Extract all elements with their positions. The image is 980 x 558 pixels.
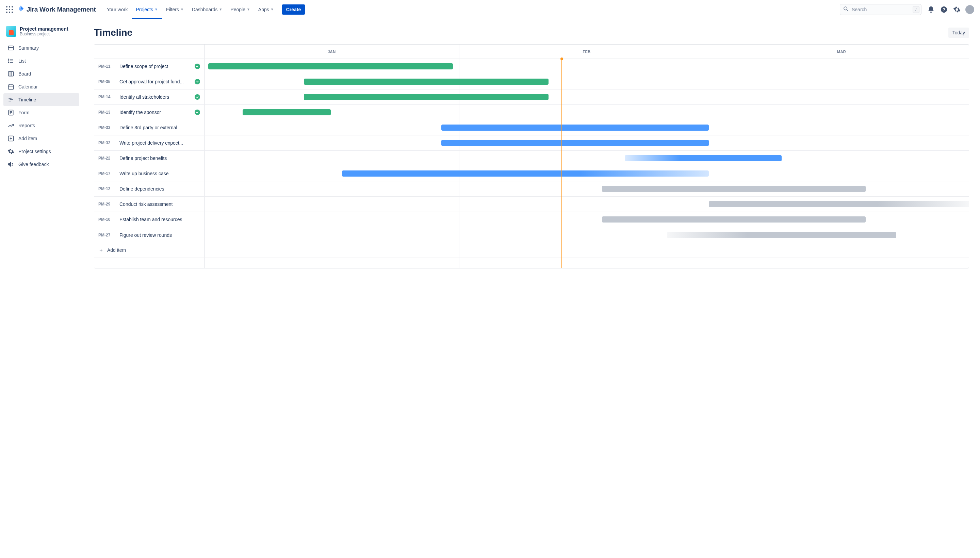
top-nav: Jira Work Management Your workProjects▼F…: [0, 0, 980, 19]
timeline-bar[interactable]: [304, 79, 548, 85]
task-row[interactable]: PM-12 Define dependencies: [94, 181, 969, 197]
task-row[interactable]: PM-32 Write project delivery expect...: [94, 135, 969, 151]
task-title: Define project benefits: [120, 156, 200, 161]
month-header: FEB: [460, 44, 714, 59]
sidebar-item-label: List: [18, 58, 26, 64]
app-switcher-icon[interactable]: [5, 5, 14, 14]
add-item-row[interactable]: ＋ Add item: [94, 243, 969, 258]
task-key: PM-13: [98, 110, 115, 115]
board-icon: [8, 71, 14, 77]
timeline-bar[interactable]: [243, 109, 330, 115]
sidebar-item-add-item[interactable]: Add item: [3, 132, 79, 145]
help-icon[interactable]: ?: [939, 5, 949, 14]
sidebar-item-calendar[interactable]: Calendar: [3, 80, 79, 93]
svg-rect-13: [8, 46, 14, 50]
timeline-bar[interactable]: [442, 125, 709, 131]
timeline-header-row: JAN FEB MAR: [94, 44, 969, 59]
megaphone-icon: [8, 161, 14, 168]
check-icon: [195, 110, 200, 115]
nav-item-dashboards[interactable]: Dashboards▼: [188, 0, 226, 19]
task-key: PM-27: [98, 233, 115, 238]
task-row[interactable]: PM-14 Identify all stakeholders: [94, 89, 969, 105]
sidebar-item-label: Project settings: [18, 149, 51, 154]
form-icon: [8, 109, 14, 116]
timeline-bar[interactable]: [709, 201, 969, 207]
nav-item-people[interactable]: People▼: [226, 0, 254, 19]
notifications-icon[interactable]: [926, 5, 936, 14]
timeline-bar[interactable]: [442, 140, 709, 146]
timeline-bar[interactable]: [304, 94, 548, 100]
task-row[interactable]: PM-11 Define scope of project: [94, 59, 969, 74]
nav-item-your-work[interactable]: Your work: [103, 0, 132, 19]
primary-nav: Your workProjects▼Filters▼Dashboards▼Peo…: [103, 0, 278, 19]
chevron-down-icon: ▼: [247, 8, 250, 11]
sidebar-item-timeline[interactable]: Timeline: [3, 93, 79, 106]
task-row[interactable]: PM-33 Define 3rd party or external: [94, 120, 969, 135]
profile-avatar[interactable]: [965, 5, 975, 14]
chevron-down-icon: ▼: [219, 8, 222, 11]
search-icon: [843, 6, 849, 13]
timeline-bar[interactable]: [667, 232, 896, 238]
sidebar-item-board[interactable]: Board: [3, 67, 79, 80]
svg-point-2: [11, 6, 13, 8]
card-icon: [8, 44, 14, 51]
timeline-bar[interactable]: [208, 63, 453, 69]
task-key: PM-11: [98, 64, 115, 69]
svg-rect-21: [8, 71, 14, 76]
timeline-bar[interactable]: [342, 171, 709, 177]
jira-logo-icon: [17, 5, 25, 14]
timeline-bar[interactable]: [625, 155, 781, 161]
nav-item-apps[interactable]: Apps▼: [254, 0, 278, 19]
task-key: PM-10: [98, 217, 115, 222]
chevron-down-icon: ▼: [181, 8, 184, 11]
product-name: Jira Work Management: [26, 6, 96, 13]
sidebar-item-label: Calendar: [18, 84, 38, 89]
task-key: PM-14: [98, 95, 115, 99]
sidebar-item-reports[interactable]: Reports: [3, 119, 79, 132]
timeline-icon: [8, 96, 14, 103]
product-logo[interactable]: Jira Work Management: [17, 5, 96, 14]
empty-row: [94, 258, 969, 268]
task-key: PM-17: [98, 171, 115, 176]
task-row[interactable]: PM-27 Figure out review rounds: [94, 227, 969, 243]
sidebar-item-label: Reports: [18, 123, 35, 128]
settings-icon[interactable]: [952, 5, 962, 14]
task-key: PM-22: [98, 156, 115, 161]
gear-icon: [8, 148, 14, 155]
task-row[interactable]: PM-22 Define project benefits: [94, 151, 969, 166]
sidebar-item-form[interactable]: Form: [3, 106, 79, 119]
nav-item-projects[interactable]: Projects▼: [132, 0, 162, 19]
task-title: Conduct risk assessment: [120, 202, 200, 207]
timeline-bar[interactable]: [602, 186, 866, 192]
sidebar-item-label: Give feedback: [18, 162, 49, 167]
task-row[interactable]: PM-13 Identify the sponsor: [94, 105, 969, 120]
task-title: Define dependencies: [120, 186, 200, 192]
sidebar-item-label: Summary: [18, 45, 39, 51]
project-header[interactable]: Project management Business project: [3, 24, 79, 41]
check-icon: [195, 94, 200, 100]
sidebar-item-summary[interactable]: Summary: [3, 41, 79, 54]
sidebar-item-give-feedback[interactable]: Give feedback: [3, 158, 79, 171]
timeline-bar[interactable]: [602, 217, 866, 223]
plusbox-icon: [8, 135, 14, 142]
svg-rect-24: [8, 85, 14, 89]
svg-point-0: [6, 6, 8, 8]
nav-item-filters[interactable]: Filters▼: [162, 0, 188, 19]
task-row[interactable]: PM-29 Conduct risk assessment: [94, 197, 969, 212]
chevron-down-icon: ▼: [154, 8, 158, 11]
sidebar-item-label: Timeline: [18, 97, 36, 102]
project-avatar-icon: [6, 26, 16, 37]
svg-point-9: [844, 7, 847, 10]
task-title: Get approval for project fund...: [120, 79, 190, 84]
sidebar-item-label: Board: [18, 71, 31, 77]
search-shortcut-badge: /: [913, 6, 919, 13]
search-input[interactable]: [840, 4, 921, 15]
task-row[interactable]: PM-10 Establish team and resources: [94, 212, 969, 227]
sidebar-item-list[interactable]: List: [3, 54, 79, 67]
task-row[interactable]: PM-17 Write up business case: [94, 166, 969, 181]
sidebar-item-project-settings[interactable]: Project settings: [3, 145, 79, 158]
task-row[interactable]: PM-35 Get approval for project fund...: [94, 74, 969, 89]
create-button[interactable]: Create: [282, 5, 305, 15]
svg-line-10: [847, 10, 848, 11]
today-button[interactable]: Today: [948, 28, 969, 38]
